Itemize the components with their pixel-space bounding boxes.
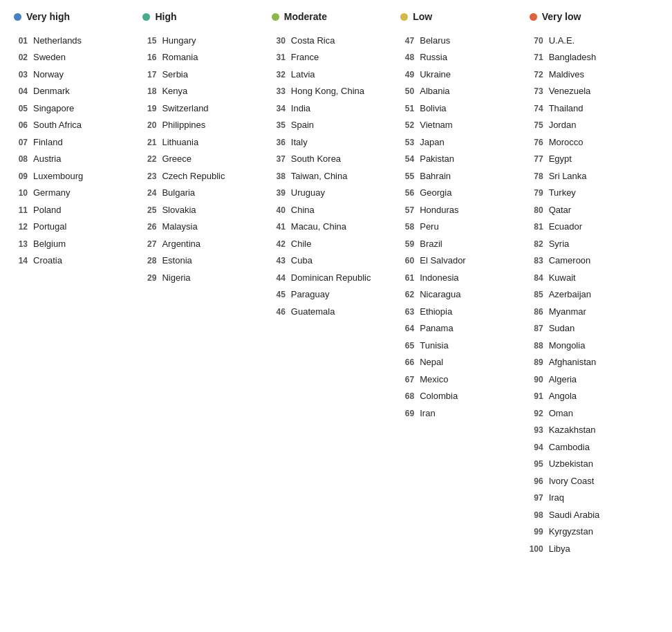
country-name: Angola [549, 389, 577, 403]
column-moderate: Moderate30Costa Rica31France32Latvia33Ho… [272, 11, 400, 557]
country-name: Bahrain [420, 169, 451, 183]
country-name: Syria [549, 237, 570, 251]
country-row: 25Slovakia [142, 201, 271, 219]
rank-number: 100 [530, 543, 549, 555]
country-row: 70U.A.E. [530, 32, 658, 49]
rank-number: 08 [14, 153, 33, 165]
column-very-low: Very low70U.A.E.71Bangladesh72Maldives73… [530, 11, 658, 557]
rank-number: 33 [272, 85, 291, 97]
country-name: Kyrgyzstan [549, 525, 593, 539]
country-row: 82Syria [530, 235, 658, 252]
header-label-low: Low [413, 11, 432, 22]
country-row: 33Hong Kong, China [272, 83, 400, 100]
rank-number: 02 [14, 51, 33, 64]
column-high: High15Hungary16Romania17Serbia18Kenya19S… [142, 11, 271, 557]
rank-number: 92 [530, 407, 549, 420]
country-name: Afghanistan [549, 355, 597, 369]
country-row: 61Indonesia [400, 269, 529, 286]
country-name: Belarus [420, 34, 450, 48]
country-name: Macau, China [291, 220, 346, 234]
country-name: Ethiopia [420, 305, 452, 319]
country-name: Uzbekistan [549, 457, 593, 471]
rank-number: 35 [272, 119, 291, 131]
rank-number: 05 [14, 102, 33, 115]
country-row: 03Norway [14, 66, 142, 83]
rank-number: 32 [272, 68, 291, 81]
rank-number: 55 [400, 170, 420, 183]
country-row: 29Nigeria [142, 269, 271, 286]
rank-number: 73 [530, 85, 549, 97]
country-row: 95Uzbekistan [530, 456, 658, 473]
country-row: 65Tunisia [400, 337, 529, 354]
rank-number: 26 [142, 221, 162, 233]
country-row: 100Libya [530, 540, 658, 557]
rank-number: 68 [400, 390, 420, 402]
country-row: 18Kenya [142, 83, 271, 100]
main-table: Very high01Netherlands02Sweden03Norway04… [14, 11, 658, 557]
country-name: Austria [33, 152, 61, 166]
country-name: Poland [33, 203, 61, 217]
country-row: 93Kazakhstan [530, 422, 658, 439]
country-row: 01Netherlands [14, 32, 142, 49]
country-row: 54Pakistan [400, 151, 529, 168]
country-row: 78Sri Lanka [530, 167, 658, 185]
rank-number: 12 [14, 221, 33, 233]
country-row: 39Uruguay [272, 185, 400, 202]
country-name: Nepal [420, 355, 443, 369]
rank-number: 66 [400, 356, 420, 369]
country-row: 79Turkey [530, 185, 658, 202]
country-name: France [291, 50, 319, 64]
country-row: 84Kuwait [530, 269, 658, 286]
rank-number: 85 [530, 288, 549, 301]
header-label-high: High [155, 11, 176, 22]
rank-number: 48 [400, 51, 420, 64]
country-name: Ecuador [549, 220, 582, 234]
country-row: 37South Korea [272, 151, 400, 168]
country-name: Iran [420, 407, 435, 420]
country-name: Chile [291, 237, 312, 251]
country-name: Venezuela [549, 84, 591, 98]
country-name: Bangladesh [549, 50, 597, 64]
rank-number: 14 [14, 254, 33, 267]
country-name: Philippines [162, 118, 205, 132]
header-high: High [142, 11, 271, 22]
country-row: 64Panama [400, 320, 529, 337]
country-name: Uruguay [291, 186, 325, 200]
country-row: 92Oman [530, 405, 658, 422]
country-name: Kuwait [549, 271, 576, 285]
country-name: Ukraine [420, 68, 451, 82]
header-moderate: Moderate [272, 11, 400, 22]
rank-number: 99 [530, 526, 549, 538]
rank-number: 94 [530, 441, 549, 454]
country-row: 89Afghanistan [530, 354, 658, 371]
country-name: Taiwan, China [291, 169, 348, 183]
country-name: Croatia [33, 254, 62, 268]
country-name: Myanmar [549, 305, 586, 319]
country-name: U.A.E. [549, 34, 575, 48]
country-row: 97Iraq [530, 490, 658, 507]
country-name: Norway [33, 68, 64, 82]
rank-number: 23 [142, 170, 162, 183]
country-name: Spain [291, 118, 314, 132]
header-very-low: Very low [530, 11, 658, 22]
country-name: Indonesia [420, 271, 458, 285]
rank-number: 78 [530, 170, 549, 183]
country-name: Serbia [162, 68, 188, 82]
country-name: Dominican Republic [291, 271, 371, 285]
rank-number: 88 [530, 340, 549, 352]
country-row: 55Bahrain [400, 167, 529, 185]
rank-number: 29 [142, 272, 162, 284]
country-name: Bolivia [420, 102, 446, 115]
rank-number: 40 [272, 204, 291, 216]
country-row: 47Belarus [400, 32, 529, 49]
country-row: 71Bangladesh [530, 49, 658, 66]
rank-number: 42 [272, 238, 291, 250]
country-row: 38Taiwan, China [272, 167, 400, 185]
rank-number: 58 [400, 221, 420, 233]
country-name: Paraguay [291, 288, 330, 301]
rank-number: 09 [14, 170, 33, 183]
country-name: Hungary [162, 34, 196, 48]
country-name: Argentina [162, 237, 200, 251]
rank-number: 52 [400, 119, 420, 131]
rank-number: 71 [530, 51, 549, 64]
